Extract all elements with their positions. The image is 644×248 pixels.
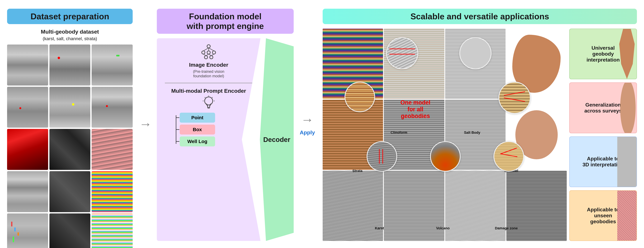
prompt-point-btn[interactable]: Point (180, 113, 215, 123)
prompt-encoder-title: Multi-modal Prompt Encoder (171, 88, 246, 94)
arrow-icon-2: → (301, 112, 314, 127)
card-unseen-label: Applicable tounseengeobodies (587, 207, 619, 225)
applications-section: Scalable and versatile applications (320, 4, 640, 244)
grid-cell-6 (92, 87, 133, 128)
svg-point-4 (204, 56, 208, 59)
grid-cell-10 (7, 171, 48, 212)
svg-line-8 (209, 48, 214, 51)
arrow-icon-1: → (139, 117, 152, 131)
label-clinoform: Clinoform (381, 130, 417, 135)
svg-line-18 (212, 97, 212, 98)
grid-cell-13 (7, 213, 48, 248)
label-damage: Damage zone (489, 226, 524, 230)
grid-cell-1 (7, 44, 48, 86)
prompt-encoder-block: Multi-modal Prompt Encoder (171, 88, 246, 146)
prompt-box-row: Box (173, 124, 246, 134)
circle-channel (498, 82, 531, 114)
circle-volcano (430, 141, 460, 172)
encoder-panel: Image Encoder (Pre-trained visionfoundat… (157, 38, 260, 241)
card-generalization-label: Generalizationacross surveys (584, 102, 622, 114)
label-volcano: Volcano (425, 226, 460, 230)
apply-label: Apply (300, 129, 315, 136)
svg-line-17 (205, 97, 205, 98)
card-universal-label: Universalgeobodyinterpretation (586, 45, 620, 63)
arrow-to-foundation: → (136, 4, 155, 244)
svg-point-5 (210, 56, 213, 59)
card-3d: Applicable to3D interpretation (569, 136, 637, 187)
svg-line-6 (203, 48, 209, 51)
applications-title: Scalable and versatile applications (323, 9, 637, 24)
image-encoder-block: Image Encoder (Pre-trained visionfoundat… (189, 43, 228, 78)
prompt-tree: Point Box Well Log (171, 113, 246, 146)
card-universal-thumbnail (617, 29, 636, 79)
circle-saltbody (459, 37, 492, 69)
prompt-welllog-row: Well Log (173, 136, 246, 146)
grid-cell-4 (7, 87, 48, 128)
image-encoder-subtitle: (Pre-trained visionfoundation model) (193, 69, 224, 78)
prompt-point-row: Point (173, 113, 246, 123)
grid-cell-3 (92, 44, 133, 86)
prompt-box-btn[interactable]: Box (180, 124, 215, 134)
svg-point-13 (205, 97, 213, 105)
grid-cell-2 (50, 44, 90, 86)
svg-line-11 (209, 54, 212, 56)
arrow-to-applications: → Apply (295, 4, 320, 244)
grid-cell-9 (92, 129, 133, 170)
application-cards: Universalgeobodyinterpretation Generaliz… (569, 29, 637, 241)
svg-line-12 (212, 54, 214, 56)
card-universal: Universalgeobodyinterpretation (569, 29, 637, 79)
lightbulb-icon (200, 95, 217, 111)
dataset-subtitle2: (karst, salt, channel, strata) (43, 36, 97, 41)
circle-strata (344, 82, 375, 112)
dataset-title: Dataset preparation (7, 9, 133, 24)
grid-cell-7 (7, 129, 48, 170)
foundation-section: Foundation model with prompt engine (155, 4, 295, 244)
card-generalization: Generalizationacross surveys (569, 82, 637, 133)
svg-point-0 (207, 45, 210, 48)
network-icon (200, 43, 218, 60)
svg-point-1 (202, 51, 205, 54)
grid-cell-8 (50, 129, 90, 170)
center-one-model: One modelfor allgeobodies (394, 99, 436, 120)
prompt-welllog-btn[interactable]: Well Log (180, 136, 215, 146)
card-generalization-thumbnail (617, 83, 636, 133)
foundation-title: Foundation model with prompt engine (157, 9, 294, 34)
decoder-label: Decoder (263, 136, 290, 143)
circle-karst (366, 141, 397, 172)
grid-cell-14 (50, 213, 90, 248)
grid-cell-15 (92, 213, 133, 248)
label-karst: Karst (362, 226, 397, 230)
svg-line-10 (206, 54, 209, 56)
geocircles-overlay: Clinoform Salt Body Strata One modelfor … (323, 29, 567, 241)
card-unseen-thumbnail (617, 191, 636, 241)
grid-cell-12 (92, 171, 133, 212)
circle-damage (494, 141, 524, 172)
svg-line-9 (203, 54, 206, 56)
circle-clinoform (386, 37, 418, 69)
seismic-mosaic-area: Clinoform Salt Body Strata One modelfor … (323, 29, 567, 241)
grid-cell-5 (50, 87, 90, 128)
applications-body: Clinoform Salt Body Strata One modelfor … (323, 29, 637, 241)
dataset-section: Dataset preparation Multi-geobody datase… (4, 4, 136, 244)
encoder-divider (165, 83, 252, 83)
svg-point-2 (207, 51, 210, 54)
decoder-panel: Decoder (260, 38, 294, 241)
card-3d-thumbnail (617, 137, 636, 187)
svg-point-3 (212, 51, 216, 54)
dataset-subtitle: Multi-geobody dataset (41, 29, 99, 35)
image-encoder-title: Image Encoder (189, 62, 228, 68)
label-saltbody: Salt Body (454, 130, 490, 135)
grid-cell-11 (50, 171, 90, 212)
dataset-image-grid (7, 44, 133, 248)
card-unseen: Applicable tounseengeobodies (569, 190, 637, 241)
